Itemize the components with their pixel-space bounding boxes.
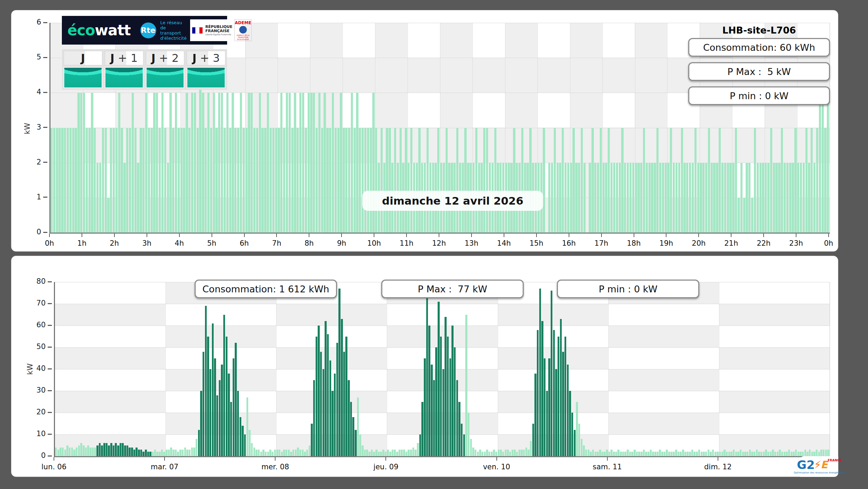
power-bar xyxy=(221,93,223,233)
power-bar xyxy=(202,93,204,233)
power-bar xyxy=(652,452,654,456)
power-bar xyxy=(671,452,672,456)
power-bar xyxy=(641,452,642,456)
power-bar xyxy=(451,326,453,456)
power-bar xyxy=(313,93,315,233)
x-axis-tick-label: 13h xyxy=(465,239,478,247)
power-bar xyxy=(414,450,416,456)
power-bar xyxy=(159,128,161,233)
rte-tagline: Le réseau de transport d'électricité xyxy=(160,20,187,41)
power-bar xyxy=(226,337,227,457)
power-bar xyxy=(578,424,580,457)
power-bar xyxy=(721,163,724,233)
power-bar xyxy=(738,198,740,233)
power-bar xyxy=(108,445,110,457)
power-bar xyxy=(617,450,619,456)
power-bar xyxy=(505,450,506,456)
power-bar xyxy=(678,452,679,456)
power-bar xyxy=(299,450,301,456)
power-bar xyxy=(67,128,69,233)
power-bar xyxy=(719,128,721,233)
forecast-tile-j+3[interactable]: J + 3 xyxy=(187,51,225,88)
x-axis-tick-label: 5h xyxy=(207,239,216,247)
power-bar xyxy=(283,128,285,233)
weekly-power-chart[interactable] xyxy=(54,282,830,457)
daily-pmax-stat: P Max : 5 kW xyxy=(688,62,830,81)
power-bar xyxy=(373,452,375,456)
x-axis-tickmark xyxy=(275,457,276,461)
plot-background-cell xyxy=(55,413,166,434)
power-bar xyxy=(338,289,340,456)
power-bar xyxy=(94,448,96,456)
x-axis-tick-label: 3h xyxy=(142,239,151,247)
power-bar xyxy=(359,434,361,456)
power-bar xyxy=(603,163,605,233)
power-bar xyxy=(567,365,569,456)
power-bar xyxy=(548,358,550,457)
power-bar xyxy=(80,443,82,456)
power-bar xyxy=(705,163,707,233)
power-bar xyxy=(240,417,241,456)
daily-consumption-panel: écowatt Rte Le réseau de transport d'éle… xyxy=(11,10,838,252)
power-bar xyxy=(744,452,746,456)
power-bar xyxy=(197,128,199,233)
power-bar xyxy=(727,163,729,233)
power-bar xyxy=(318,326,319,456)
power-bar xyxy=(712,450,714,456)
power-bar xyxy=(651,163,653,233)
x-axis-tick-label: 0h xyxy=(824,239,833,247)
power-bar xyxy=(700,163,702,233)
power-bar xyxy=(570,163,572,233)
power-bar xyxy=(777,452,778,456)
power-bar xyxy=(554,128,556,233)
power-bar xyxy=(332,93,334,233)
power-bar xyxy=(634,450,635,456)
vertical-gridline xyxy=(166,282,166,456)
power-bar xyxy=(711,163,713,233)
power-bar xyxy=(242,426,243,456)
y-axis-tick: 5 xyxy=(23,53,47,61)
power-bar xyxy=(675,163,678,233)
power-bar xyxy=(316,337,317,457)
x-axis-tickmark xyxy=(82,234,82,237)
site-title: LHB-site-L706 xyxy=(688,25,830,36)
plot-background-cell xyxy=(83,93,115,128)
power-bar xyxy=(767,163,769,233)
power-bar xyxy=(370,128,372,233)
power-bar xyxy=(138,450,140,456)
power-bar xyxy=(456,380,458,457)
y-axis-tick: 40 xyxy=(28,364,52,373)
forecast-tile-j+1[interactable]: J + 1 xyxy=(105,51,143,88)
forecast-tile-j+2[interactable]: J + 2 xyxy=(146,51,185,88)
power-bar xyxy=(371,450,373,456)
x-axis-tickmark xyxy=(731,234,731,237)
power-bar xyxy=(172,450,174,456)
plot-background-cell xyxy=(276,326,387,347)
power-bar xyxy=(375,128,377,233)
power-bar xyxy=(519,450,520,456)
power-bar xyxy=(88,128,91,233)
power-bar xyxy=(408,450,409,456)
power-bar xyxy=(572,128,575,233)
power-bar xyxy=(364,450,366,456)
power-bar xyxy=(575,163,577,233)
x-axis-tick-label: 0h xyxy=(45,239,54,247)
power-bar xyxy=(191,448,193,456)
ecowatt-banner: écowatt Rte Le réseau de transport d'éle… xyxy=(62,16,227,45)
power-bar xyxy=(389,128,391,233)
power-bar xyxy=(748,163,750,233)
power-bar xyxy=(805,128,808,233)
x-axis-tickmark xyxy=(718,457,718,461)
x-axis-tickmark xyxy=(607,457,608,461)
x-axis-tick-label: 4h xyxy=(175,239,184,247)
power-bar xyxy=(189,450,190,456)
power-bar xyxy=(313,380,315,457)
forecast-tile-j[interactable]: J xyxy=(64,51,102,88)
power-bar xyxy=(145,93,147,233)
power-bar xyxy=(215,128,217,233)
power-bar xyxy=(724,163,726,233)
power-bar xyxy=(770,452,772,456)
power-bar xyxy=(169,93,171,233)
power-bar xyxy=(449,358,451,457)
power-bar xyxy=(454,347,456,456)
